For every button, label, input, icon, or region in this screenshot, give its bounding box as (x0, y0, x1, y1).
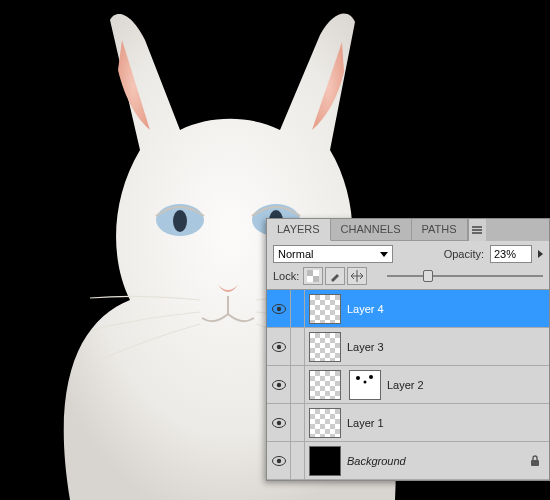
svg-point-19 (276, 420, 280, 424)
layer-name[interactable]: Layer 3 (345, 341, 527, 353)
layer-row[interactable]: Layer 2 (267, 366, 549, 404)
visibility-toggle[interactable] (267, 366, 291, 404)
layer-row[interactable]: Layer 4 (267, 290, 549, 328)
svg-point-16 (369, 375, 373, 379)
panel-tabs: LAYERS CHANNELS PATHS (267, 219, 549, 241)
lock-indicator (527, 455, 543, 467)
slider-track (387, 275, 543, 277)
link-column (291, 290, 305, 328)
layer-thumbnail[interactable] (309, 294, 341, 324)
layer-thumbnail[interactable] (309, 370, 341, 400)
link-column (291, 442, 305, 480)
opacity-label: Opacity: (444, 248, 484, 260)
link-column (291, 404, 305, 442)
layer-name[interactable]: Layer 1 (345, 417, 527, 429)
svg-point-17 (364, 380, 367, 383)
layer-name[interactable]: Layer 4 (345, 303, 527, 315)
svg-point-2 (173, 210, 187, 232)
layers-panel: LAYERS CHANNELS PATHS Normal Opacity: 23… (266, 218, 550, 481)
layer-thumbnail[interactable] (309, 332, 341, 362)
link-column (291, 366, 305, 404)
lock-transparency-button[interactable] (303, 267, 323, 285)
tab-paths[interactable]: PATHS (412, 219, 468, 241)
lock-fill-row: Lock: (267, 267, 549, 290)
opacity-flyout-icon[interactable] (538, 250, 543, 258)
tab-channels[interactable]: CHANNELS (331, 219, 412, 241)
layer-row[interactable]: Layer 1 (267, 404, 549, 442)
svg-point-11 (276, 344, 280, 348)
layer-row[interactable]: Layer 3 (267, 328, 549, 366)
svg-rect-6 (313, 270, 319, 276)
layers-list: Layer 4Layer 3Layer 2Layer 1Background (267, 290, 549, 480)
blend-mode-value: Normal (278, 248, 313, 260)
visibility-toggle[interactable] (267, 328, 291, 366)
opacity-slider[interactable] (387, 268, 543, 284)
blend-opacity-row: Normal Opacity: 23% (267, 241, 549, 267)
visibility-toggle[interactable] (267, 290, 291, 328)
link-column (291, 328, 305, 366)
lock-pixels-button[interactable] (325, 267, 345, 285)
svg-rect-22 (531, 460, 539, 466)
blend-mode-select[interactable]: Normal (273, 245, 393, 263)
panel-menu-button[interactable] (468, 219, 486, 241)
svg-rect-7 (307, 276, 313, 282)
lock-label: Lock: (273, 270, 299, 282)
opacity-input[interactable]: 23% (490, 245, 532, 263)
layer-name[interactable]: Layer 2 (385, 379, 527, 391)
lock-position-button[interactable] (347, 267, 367, 285)
layer-name[interactable]: Background (345, 455, 527, 467)
layer-thumbnail[interactable] (309, 446, 341, 476)
svg-point-9 (276, 306, 280, 310)
svg-point-21 (276, 458, 280, 462)
svg-point-15 (356, 376, 360, 380)
dropdown-caret-icon (380, 252, 388, 257)
svg-rect-4 (307, 270, 313, 276)
slider-thumb[interactable] (423, 270, 433, 282)
svg-rect-14 (351, 372, 379, 398)
svg-rect-5 (313, 276, 319, 282)
tab-layers[interactable]: LAYERS (267, 219, 331, 241)
visibility-toggle[interactable] (267, 404, 291, 442)
layer-thumbnail[interactable] (309, 408, 341, 438)
layer-row[interactable]: Background (267, 442, 549, 480)
layer-mask-thumbnail[interactable] (349, 370, 381, 400)
visibility-toggle[interactable] (267, 442, 291, 480)
opacity-value: 23% (494, 248, 516, 260)
svg-point-13 (276, 382, 280, 386)
